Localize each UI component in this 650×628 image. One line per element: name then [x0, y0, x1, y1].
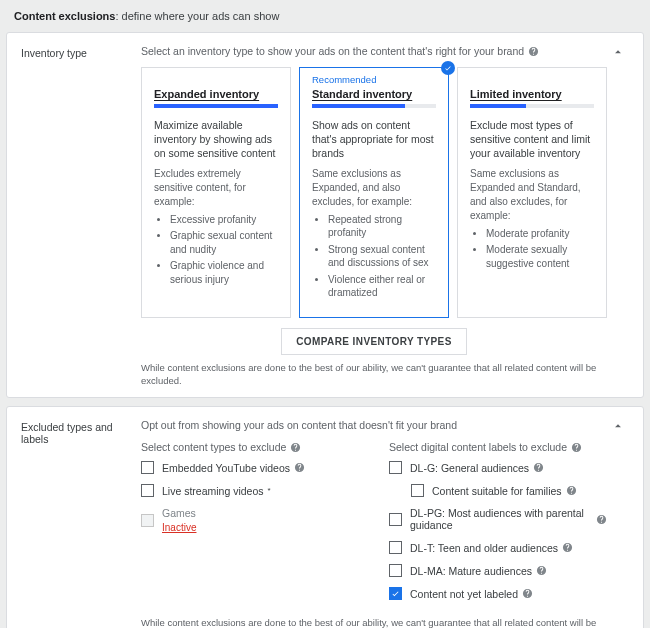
inventory-card-bullets: Repeated strong profanityStrong sexual c… — [312, 213, 436, 300]
checkbox[interactable] — [389, 564, 402, 577]
content-label-option[interactable]: Content suitable for families — [411, 484, 607, 497]
inventory-hint: Select an inventory type to show your ad… — [141, 45, 607, 57]
excluded-section: Excluded types and labels Opt out from s… — [6, 406, 644, 628]
content-type-option[interactable]: Live streaming videos* — [141, 484, 359, 497]
inventory-card-bullets: Moderate profanityModerate sexually sugg… — [470, 227, 594, 271]
content-label-option[interactable]: DL-PG: Most audiences with parental guid… — [389, 507, 607, 531]
content-label-option[interactable]: Content not yet labeled — [389, 587, 607, 600]
inventory-bar — [470, 104, 594, 108]
content-type-option[interactable]: Embedded YouTube videos — [141, 461, 359, 474]
inventory-card-sub: Excludes extremely sensitive content, fo… — [154, 167, 278, 209]
inventory-bar — [154, 104, 278, 108]
chevron-up-icon — [611, 45, 625, 59]
content-label-option[interactable]: DL-T: Teen and older audiences — [389, 541, 607, 554]
excluded-disclaimer: While content exclusions are done to the… — [141, 616, 607, 628]
inventory-card-title: Standard inventory — [312, 88, 436, 100]
help-icon[interactable] — [290, 442, 301, 453]
checkbox[interactable] — [389, 587, 402, 600]
checkbox[interactable] — [389, 541, 402, 554]
help-icon[interactable] — [522, 588, 533, 599]
content-labels-header: Select digital content labels to exclude — [389, 441, 607, 453]
checkbox[interactable] — [141, 461, 154, 474]
inventory-card-bullets: Excessive profanityGraphic sexual conten… — [154, 213, 278, 287]
inventory-card-title: Expanded inventory — [154, 88, 278, 100]
checkbox[interactable] — [141, 484, 154, 497]
inventory-disclaimer: While content exclusions are done to the… — [141, 361, 607, 388]
option-label: DL-MA: Mature audiences — [410, 565, 547, 577]
option-label: DL-PG: Most audiences with parental guid… — [410, 507, 607, 531]
inventory-card-sub: Same exclusions as Expanded, and also ex… — [312, 167, 436, 209]
inventory-card-desc: Show ads on content that's appropriate f… — [312, 118, 436, 161]
content-types-header: Select content types to exclude — [141, 441, 359, 453]
help-icon[interactable] — [533, 462, 544, 473]
inventory-section: Inventory type Select an inventory type … — [6, 32, 644, 398]
collapse-inventory-button[interactable] — [607, 45, 629, 59]
inventory-card-desc: Exclude most types of sensitive content … — [470, 118, 594, 161]
inventory-card-sub: Same exclusions as Expanded and Standard… — [470, 167, 594, 223]
checkbox — [141, 514, 154, 527]
option-label: Embedded YouTube videos — [162, 462, 305, 474]
option-label: Content suitable for families — [432, 485, 577, 497]
content-label-option[interactable]: DL-G: General audiences — [389, 461, 607, 474]
option-label: GamesInactive — [162, 507, 196, 534]
compare-inventory-button[interactable]: COMPARE INVENTORY TYPES — [281, 328, 467, 355]
help-icon[interactable] — [566, 485, 577, 496]
inventory-card-2[interactable]: Limited inventoryExclude most types of s… — [457, 67, 607, 318]
help-icon[interactable] — [528, 46, 539, 57]
inventory-bar — [312, 104, 436, 108]
inventory-label: Inventory type — [21, 45, 141, 59]
selected-check-icon — [441, 61, 455, 75]
chevron-up-icon — [611, 419, 625, 433]
inventory-card-1[interactable]: RecommendedStandard inventoryShow ads on… — [299, 67, 449, 318]
page-title: Content exclusions — [14, 10, 115, 22]
excluded-label: Excluded types and labels — [21, 419, 141, 445]
inventory-card-title: Limited inventory — [470, 88, 594, 100]
option-label: Content not yet labeled — [410, 588, 533, 600]
content-types-column: Select content types to exclude Embedded… — [141, 441, 359, 610]
help-icon[interactable] — [562, 542, 573, 553]
content-type-option: GamesInactive — [141, 507, 359, 534]
option-label: DL-G: General audiences — [410, 462, 544, 474]
help-icon[interactable] — [596, 514, 607, 525]
content-label-option[interactable]: DL-MA: Mature audiences — [389, 564, 607, 577]
page-header: Content exclusions: define where your ad… — [6, 6, 644, 28]
checkbox[interactable] — [411, 484, 424, 497]
checkbox[interactable] — [389, 461, 402, 474]
option-label: DL-T: Teen and older audiences — [410, 542, 573, 554]
option-label: Live streaming videos* — [162, 485, 271, 497]
checkbox[interactable] — [389, 513, 402, 526]
excluded-hint: Opt out from showing your ads on content… — [141, 419, 607, 431]
inventory-card-desc: Maximize available inventory by showing … — [154, 118, 278, 161]
content-labels-column: Select digital content labels to exclude… — [389, 441, 607, 610]
inventory-card-0[interactable]: Expanded inventoryMaximize available inv… — [141, 67, 291, 318]
inactive-link[interactable]: Inactive — [162, 521, 196, 534]
recommended-badge: Recommended — [312, 74, 376, 85]
help-icon[interactable] — [294, 462, 305, 473]
page-desc: : define where your ads can show — [115, 10, 279, 22]
collapse-excluded-button[interactable] — [607, 419, 629, 433]
help-icon[interactable] — [536, 565, 547, 576]
inventory-options: Expanded inventoryMaximize available inv… — [141, 67, 607, 318]
help-icon[interactable] — [571, 442, 582, 453]
